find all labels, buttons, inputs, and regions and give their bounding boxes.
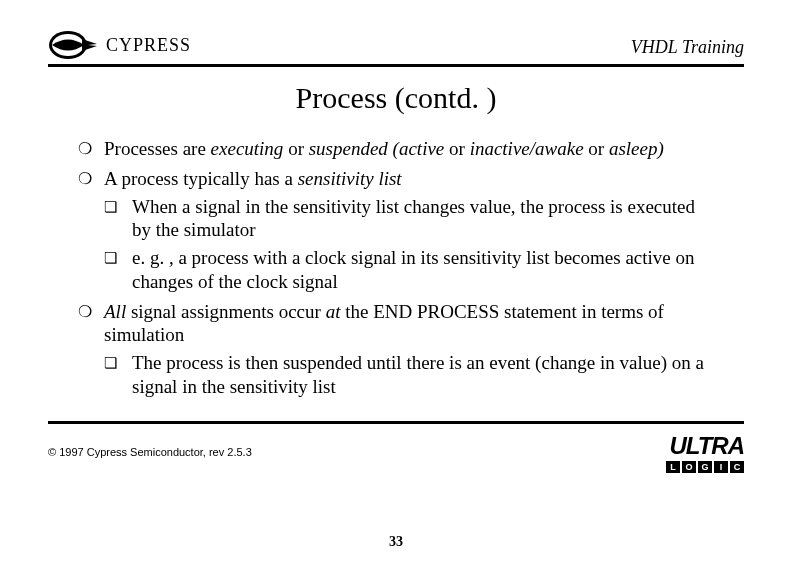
ultra-logic-boxes: LOGIC [666,461,744,473]
ultra-logo: ULTRA LOGIC [666,432,744,473]
circle-bullet-icon: ❍ [78,300,104,348]
square-bullet-icon: ❏ [104,351,132,399]
copyright-text: © 1997 Cypress Semiconductor, rev 2.5.3 [48,446,252,458]
header-rule [48,64,744,67]
bullet-level2: ❏When a signal in the sensitivity list c… [104,195,704,243]
slide-title: Process (contd. ) [48,81,744,115]
bullet-text: e. g. , a process with a clock signal in… [132,246,704,294]
company-name: CYPRESS [106,35,191,56]
ultra-logic-letter: G [698,461,712,473]
bullet-text: Processes are executing or suspended (ac… [104,137,704,161]
footer-rule [48,421,744,424]
circle-bullet-icon: ❍ [78,167,104,191]
cypress-logo-icon [48,28,102,62]
ultra-logic-letter: O [682,461,696,473]
logo-area: CYPRESS [48,28,191,62]
bullet-text: All signal assignments occur at the END … [104,300,704,348]
slide-page: CYPRESS VHDL Training Process (contd. ) … [0,0,792,562]
bullet-level1: ❍All signal assignments occur at the END… [78,300,704,348]
circle-bullet-icon: ❍ [78,137,104,161]
bullet-text: When a signal in the sensitivity list ch… [132,195,704,243]
slide-content: ❍Processes are executing or suspended (a… [78,137,704,399]
bullet-text: The process is then suspended until ther… [132,351,704,399]
bullet-text: A process typically has a sensitivity li… [104,167,704,191]
bullet-level2: ❏The process is then suspended until the… [104,351,704,399]
bullet-level1: ❍Processes are executing or suspended (a… [78,137,704,161]
ultra-logic-letter: L [666,461,680,473]
header: CYPRESS VHDL Training [48,18,744,62]
bullet-level1: ❍A process typically has a sensitivity l… [78,167,704,191]
square-bullet-icon: ❏ [104,246,132,294]
footer: © 1997 Cypress Semiconductor, rev 2.5.3 … [48,432,744,473]
ultra-word: ULTRA [666,432,744,460]
header-topic: VHDL Training [631,37,744,62]
ultra-logic-letter: I [714,461,728,473]
bullet-level2: ❏e. g. , a process with a clock signal i… [104,246,704,294]
ultra-logic-letter: C [730,461,744,473]
square-bullet-icon: ❏ [104,195,132,243]
page-number: 33 [389,534,403,550]
